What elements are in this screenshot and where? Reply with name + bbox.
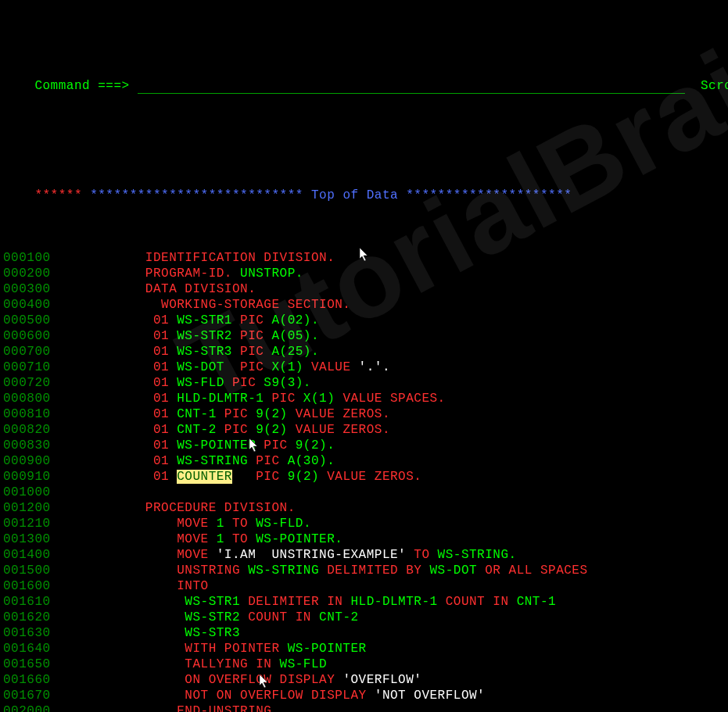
code-token: 9(2) <box>256 407 296 421</box>
code-token: PIC <box>256 454 287 468</box>
code-token: WS-STR2 <box>177 329 240 343</box>
code-line[interactable]: 000710 01 WS-DOT PIC X(1) VALUE '.'. <box>0 360 728 375</box>
code-line[interactable]: 001620 WS-STR2 COUNT IN CNT-2 <box>0 610 728 625</box>
code-token: MOVE <box>51 548 217 562</box>
code-token: WS-FLD <box>280 657 328 671</box>
code-line[interactable]: 002000 END-UNSTRING. <box>0 703 728 712</box>
code-token: PIC <box>232 376 264 390</box>
code-line[interactable]: 000300 DATA DIVISION. <box>0 281 728 297</box>
code-token: VALUE ZEROS. <box>296 407 390 421</box>
command-input[interactable] <box>138 79 685 94</box>
line-number: 001300 <box>3 532 51 546</box>
code-line[interactable]: 000830 01 WS-POINTER PIC 9(2). <box>0 438 728 453</box>
code-line[interactable]: 000800 01 HLD-DLMTR-1 PIC X(1) VALUE SPA… <box>0 391 728 406</box>
line-number: 000500 <box>3 313 51 327</box>
scroll-label: Scroll <box>701 79 728 93</box>
code-token: CNT-2 <box>177 423 224 437</box>
code-line[interactable]: 000720 01 WS-FLD PIC S9(3). <box>0 375 728 391</box>
command-row: Command ===> Scroll <box>0 63 728 109</box>
code-token: MOVE <box>51 517 217 531</box>
code-line[interactable]: 000500 01 WS-STR1 PIC A(02). <box>0 313 728 328</box>
code-token: 01 <box>51 392 178 406</box>
code-token: INTO <box>51 579 209 593</box>
code-line[interactable]: 001600 INTO <box>0 578 728 594</box>
line-number: 000720 <box>3 376 51 390</box>
code-token: UNSTRING <box>51 564 249 578</box>
command-prompt-label: Command ===> <box>34 79 129 93</box>
code-line[interactable]: 001300 MOVE 1 TO WS-POINTER. <box>0 531 728 547</box>
code-token <box>51 595 185 609</box>
line-number: 001200 <box>3 501 51 515</box>
code-token: COUNT IN <box>248 610 319 624</box>
code-line[interactable]: 000100 IDENTIFICATION DIVISION. <box>0 250 728 266</box>
code-line[interactable]: 000400 WORKING-STORAGE SECTION. <box>0 297 728 313</box>
line-number: 001650 <box>3 657 51 671</box>
code-token: TO <box>232 532 256 546</box>
code-token: 'OVERFLOW' <box>342 673 421 687</box>
code-line[interactable]: 000910 01 COUNTER PIC 9(2) VALUE ZEROS. <box>0 469 728 485</box>
code-line[interactable]: 001640 WITH POINTER WS-POINTER <box>0 641 728 657</box>
code-token: WS-STR3 <box>177 345 240 359</box>
code-token: COUNTER <box>177 470 232 484</box>
code-line[interactable]: 001630 WS-STR3 <box>0 625 728 641</box>
code-token: WS-STR2 <box>185 610 248 624</box>
code-line[interactable]: 001610 WS-STR1 DELIMITER IN HLD-DLMTR-1 … <box>0 594 728 610</box>
code-line[interactable]: 000700 01 WS-STR3 PIC A(25). <box>0 344 728 360</box>
code-token: MOVE <box>51 532 217 546</box>
code-token: 9(2) <box>256 423 296 437</box>
line-number: 002000 <box>3 704 51 712</box>
banner-stars-left: ****** <box>34 188 82 202</box>
code-token: WS-FLD. <box>256 517 311 531</box>
code-token: WITH POINTER <box>51 642 288 656</box>
code-line[interactable]: 001670 NOT ON OVERFLOW DISPLAY 'NOT OVER… <box>0 688 728 703</box>
code-token: 01 <box>51 470 178 484</box>
line-number: 000810 <box>3 407 51 421</box>
code-line[interactable]: 001400 MOVE 'I.AM UNSTRING-EXAMPLE' TO W… <box>0 547 728 563</box>
code-token: WORKING-STORAGE SECTION. <box>51 298 351 312</box>
code-line[interactable]: 001000 <box>0 485 728 500</box>
line-number: 000100 <box>3 251 51 265</box>
code-token: 01 <box>51 376 178 390</box>
code-line[interactable]: 000600 01 WS-STR2 PIC A(05). <box>0 328 728 344</box>
code-token <box>51 626 185 640</box>
code-token: PROCEDURE DIVISION. <box>51 501 296 515</box>
code-token: WS-POINTER. <box>256 532 342 546</box>
code-token: PIC <box>271 392 303 406</box>
code-line[interactable]: 001210 MOVE 1 TO WS-FLD. <box>0 516 728 531</box>
code-line[interactable]: 000200 PROGRAM-ID. UNSTROP. <box>0 266 728 281</box>
code-token: A(05). <box>271 329 319 343</box>
code-token: WS-STR3 <box>185 626 240 640</box>
code-token: WS-STR1 <box>177 313 240 327</box>
code-line[interactable]: 000810 01 CNT-1 PIC 9(2) VALUE ZEROS. <box>0 406 728 422</box>
code-token: CNT-2 <box>319 610 359 624</box>
line-number: 000900 <box>3 454 51 468</box>
code-token: WS-DOT <box>177 360 240 374</box>
code-token: VALUE ZEROS. <box>296 423 390 437</box>
line-number: 001630 <box>3 626 51 640</box>
code-token: 'I.AM UNSTRING-EXAMPLE' <box>217 548 414 562</box>
code-line[interactable]: 000820 01 CNT-2 PIC 9(2) VALUE ZEROS. <box>0 422 728 438</box>
code-token: WS-STR1 <box>185 595 248 609</box>
code-token: S9(3). <box>264 376 311 390</box>
code-token: TO <box>414 548 437 562</box>
code-token: 1 <box>217 517 232 531</box>
terminal-screen: Command ===> Scroll ****** *************… <box>0 0 728 712</box>
code-token: IDENTIFICATION DIVISION. <box>51 251 335 265</box>
code-line[interactable]: 001660 ON OVERFLOW DISPLAY 'OVERFLOW' <box>0 672 728 688</box>
line-number: 001670 <box>3 689 51 703</box>
code-token: END-UNSTRING. <box>51 704 280 712</box>
code-line[interactable]: 001200 PROCEDURE DIVISION. <box>0 500 728 516</box>
code-token: 01 <box>51 438 178 453</box>
code-token: PIC <box>240 360 271 374</box>
code-token: PIC <box>240 313 271 327</box>
code-line[interactable]: 001650 TALLYING IN WS-FLD <box>0 657 728 672</box>
code-line[interactable]: 001500 UNSTRING WS-STRING DELIMITED BY W… <box>0 563 728 578</box>
code-token: A(30). <box>288 454 335 468</box>
code-token: DATA DIVISION. <box>51 282 256 296</box>
code-token: ON OVERFLOW DISPLAY <box>51 673 343 687</box>
code-line[interactable]: 000900 01 WS-STRING PIC A(30). <box>0 453 728 469</box>
line-number: 001600 <box>3 579 51 593</box>
code-token: WS-DOT <box>430 564 486 578</box>
code-token: NOT ON OVERFLOW DISPLAY <box>51 689 375 703</box>
code-token: PIC <box>240 345 271 359</box>
